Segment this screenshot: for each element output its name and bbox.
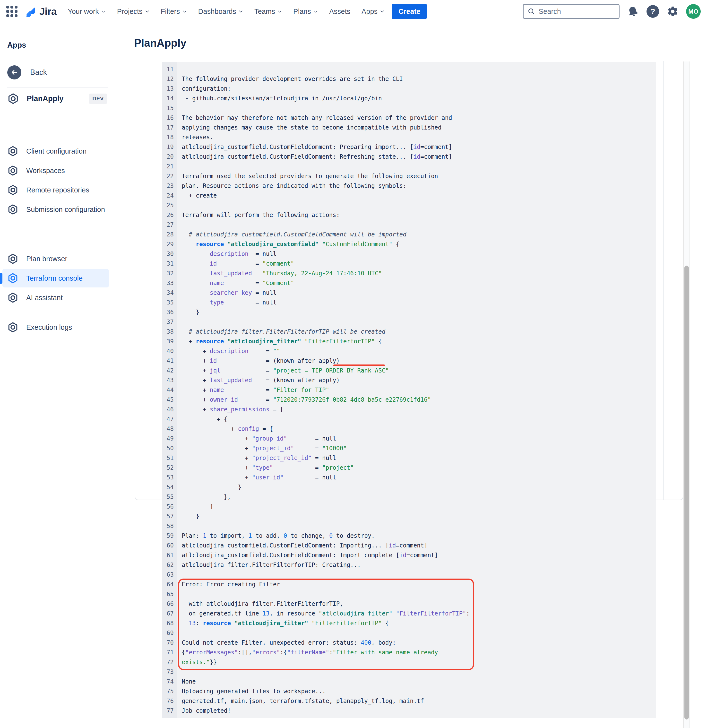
line-content: ] — [177, 502, 656, 511]
line-number: 28 — [162, 230, 177, 239]
console-line: 55 }, — [162, 492, 656, 502]
line-number: 74 — [162, 677, 177, 686]
line-content: + "project_role_id" = null — [177, 453, 656, 463]
sidebar-item-label: Execution logs — [26, 324, 72, 331]
sidebar-item-planapply[interactable]: PlanApply DEV — [0, 90, 115, 108]
line-number: 25 — [162, 201, 177, 210]
help-icon[interactable]: ? — [646, 5, 659, 18]
sidebar-item-label: Plan browser — [26, 255, 67, 263]
line-number: 47 — [162, 414, 177, 424]
line-number: 57 — [162, 511, 177, 521]
nav-item-assets[interactable]: Assets — [329, 7, 350, 16]
nav-item-label: Filters — [161, 7, 180, 16]
console-line: 43 + last_updated = (known after apply) — [162, 376, 656, 385]
nav-item-label: Projects — [117, 7, 143, 16]
line-number: 66 — [162, 599, 177, 609]
nav-item-dashboards[interactable]: Dashboards — [198, 7, 243, 16]
user-avatar[interactable]: MO — [686, 4, 701, 19]
line-content — [177, 103, 656, 113]
sidebar-item-execution-logs[interactable]: Execution logs — [0, 318, 111, 337]
app-icon — [7, 273, 19, 284]
jira-logo-text: Jira — [39, 6, 56, 17]
console-line: 40 + description = "" — [162, 346, 656, 356]
console-line: 47 + { — [162, 414, 656, 424]
help-question-glyph: ? — [646, 5, 659, 18]
line-content — [177, 317, 656, 327]
console-line: 73 — [162, 667, 656, 677]
vertical-scrollbar-thumb[interactable] — [684, 266, 689, 719]
nav-item-label: Dashboards — [198, 7, 236, 16]
app-icon — [7, 292, 19, 303]
nav-item-plans[interactable]: Plans — [293, 7, 318, 16]
jira-logo[interactable]: Jira — [24, 5, 56, 18]
back-button[interactable]: Back — [0, 63, 115, 82]
console-line: 60atlcloudjira_customfield.CustomFieldCo… — [162, 541, 656, 550]
line-content: type = null — [177, 298, 656, 308]
sidebar-item-label: Client configuration — [26, 147, 87, 155]
line-content: + last_updated = (known after apply) — [177, 376, 656, 385]
line-number: 31 — [162, 259, 177, 269]
console-line: 20atlcloudjira_customfield.CustomFieldCo… — [162, 152, 656, 162]
line-number: 55 — [162, 492, 177, 502]
line-number: 22 — [162, 171, 177, 181]
console-line: 11 — [162, 64, 656, 74]
sidebar-item-label: Workspaces — [26, 167, 65, 175]
line-number: 10 — [162, 62, 177, 64]
sidebar-item-submission-configuration[interactable]: Submission configuration — [0, 200, 111, 219]
nav-item-teams[interactable]: Teams — [254, 7, 282, 16]
line-content: Job completed! — [177, 706, 656, 716]
notifications-bell-icon[interactable] — [626, 5, 639, 18]
line-number: 17 — [162, 123, 177, 133]
search-input[interactable] — [538, 7, 615, 16]
console-line: 59Plan: 1 to import, 1 to add, 0 to chan… — [162, 531, 656, 541]
app-icon — [7, 93, 19, 104]
console-line: 69 — [162, 628, 656, 638]
nav-item-your-work[interactable]: Your work — [68, 7, 106, 16]
line-number: 72 — [162, 657, 177, 667]
sidebar-item-plan-browser[interactable]: Plan browser — [0, 250, 111, 268]
line-content: atlcloudjira_customfield.CustomFieldComm… — [177, 550, 656, 560]
console-line: 46 + share_permissions = [ — [162, 404, 656, 414]
line-number: 36 — [162, 308, 177, 317]
chevron-down-icon — [277, 9, 282, 14]
sidebar-item-terraform-console[interactable]: Terraform console — [3, 269, 109, 287]
terraform-console-output[interactable]: 101112The following provider development… — [162, 62, 656, 718]
line-number: 13 — [162, 84, 177, 94]
line-content: + id = (known after apply) — [177, 356, 656, 366]
console-line: 64Error: Error creating Filter — [162, 579, 656, 589]
search-box[interactable] — [523, 4, 619, 19]
console-line: 36 } — [162, 308, 656, 317]
console-line: 51 + "project_role_id" = null — [162, 453, 656, 463]
nav-right-cluster: ? MO — [523, 4, 701, 19]
line-content: + "type" = "project" — [177, 463, 656, 472]
line-number: 56 — [162, 502, 177, 511]
settings-gear-icon[interactable] — [666, 5, 679, 18]
create-button[interactable]: Create — [392, 4, 427, 19]
console-line: 56 ] — [162, 502, 656, 511]
line-content: id = "comment" — [177, 259, 656, 269]
line-number: 29 — [162, 239, 177, 249]
sidebar-item-client-configuration[interactable]: Client configuration — [0, 142, 111, 160]
line-number: 34 — [162, 288, 177, 298]
console-line: 66 with atlcloudjira_filter.FilterFilter… — [162, 599, 656, 609]
line-number: 18 — [162, 133, 177, 142]
line-content — [177, 162, 656, 171]
nav-item-apps[interactable]: Apps — [362, 7, 385, 16]
app-switcher-icon[interactable] — [6, 6, 17, 17]
console-line: 48 + config = { — [162, 424, 656, 434]
line-number: 73 — [162, 667, 177, 677]
console-line: 57 } — [162, 511, 656, 521]
nav-item-filters[interactable]: Filters — [161, 7, 187, 16]
line-number: 52 — [162, 463, 177, 472]
line-content: + name = "Filter for TIP" — [177, 385, 656, 395]
sidebar-item-remote-repositories[interactable]: Remote repositories — [0, 181, 111, 199]
nav-item-projects[interactable]: Projects — [117, 7, 150, 16]
console-line: 29 resource "atlcloudjira_customfield" "… — [162, 239, 656, 249]
sidebar-panel-title: Apps — [7, 41, 26, 49]
line-content: atlcloudjira_filter.FilterFilterforTIP: … — [177, 560, 656, 570]
line-content: + "user_id" = null — [177, 472, 656, 482]
sidebar-item-workspaces[interactable]: Workspaces — [0, 161, 111, 180]
line-content: # atlcloudjira_filter.FilterFilterforTIP… — [177, 327, 656, 337]
line-number: 65 — [162, 589, 177, 599]
sidebar-item-ai-assistant[interactable]: AI assistant — [0, 289, 111, 307]
